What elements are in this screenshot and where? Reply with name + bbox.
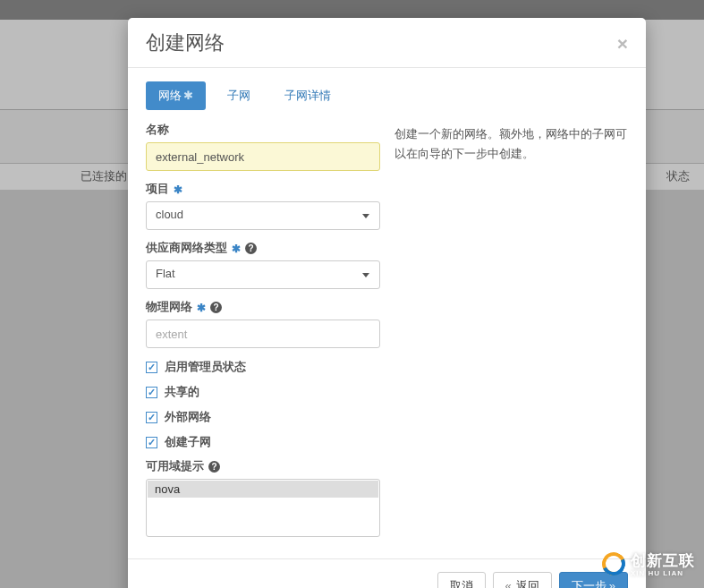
checkbox-icon	[146, 437, 157, 448]
wizard-tabs: 网络✱ 子网 子网详情	[146, 81, 628, 110]
provider-type-select[interactable]: Flat	[146, 260, 380, 289]
modal-footer: 取消 «返回 下一步»	[128, 558, 646, 588]
back-button[interactable]: «返回	[493, 572, 552, 588]
create-network-modal: 创建网络 × 网络✱ 子网 子网详情 名称	[128, 18, 646, 588]
help-icon[interactable]: ?	[210, 302, 222, 313]
list-item[interactable]: nova	[148, 481, 378, 498]
checkbox-create-subnet[interactable]: 创建子网	[146, 434, 380, 450]
name-input[interactable]	[146, 142, 380, 171]
project-select[interactable]: cloud	[146, 201, 380, 230]
help-icon[interactable]: ?	[208, 461, 220, 473]
physical-network-input[interactable]	[146, 320, 380, 348]
watermark: 创新互联 XIN HU LIAN	[600, 550, 695, 577]
help-icon[interactable]: ?	[245, 243, 257, 254]
checkbox-shared[interactable]: 共享的	[146, 384, 380, 400]
label-provider-type: 供应商网络类型✱ ?	[146, 241, 380, 256]
bg-label-connected: 已连接的	[81, 168, 127, 184]
tab-subnet[interactable]: 子网	[215, 81, 263, 110]
label-az-hints: 可用域提示 ?	[146, 459, 380, 474]
label-physical-network: 物理网络✱ ?	[146, 300, 380, 315]
checkbox-external[interactable]: 外部网络	[146, 409, 380, 425]
checkbox-icon	[146, 362, 157, 373]
checkbox-icon	[146, 412, 157, 423]
close-icon[interactable]: ×	[617, 34, 628, 53]
tab-subnet-details[interactable]: 子网详情	[272, 81, 344, 110]
logo-icon	[600, 550, 627, 577]
checkbox-icon	[146, 387, 157, 398]
description-text: 创建一个新的网络。额外地，网络中的子网可以在向导的下一步中创建。	[394, 123, 628, 548]
label-name: 名称	[146, 123, 380, 138]
cancel-button[interactable]: 取消	[437, 572, 486, 588]
tab-network[interactable]: 网络✱	[146, 81, 206, 110]
modal-title: 创建网络	[146, 30, 225, 56]
az-hints-listbox[interactable]: nova	[146, 479, 380, 537]
bg-label-status: 状态	[666, 168, 690, 184]
label-project: 项目✱	[146, 182, 380, 197]
modal-header: 创建网络 ×	[128, 18, 646, 68]
checkbox-admin-state[interactable]: 启用管理员状态	[146, 359, 380, 375]
form-column: 名称 项目✱ cloud 供应商网络类型✱ ?	[146, 123, 380, 548]
